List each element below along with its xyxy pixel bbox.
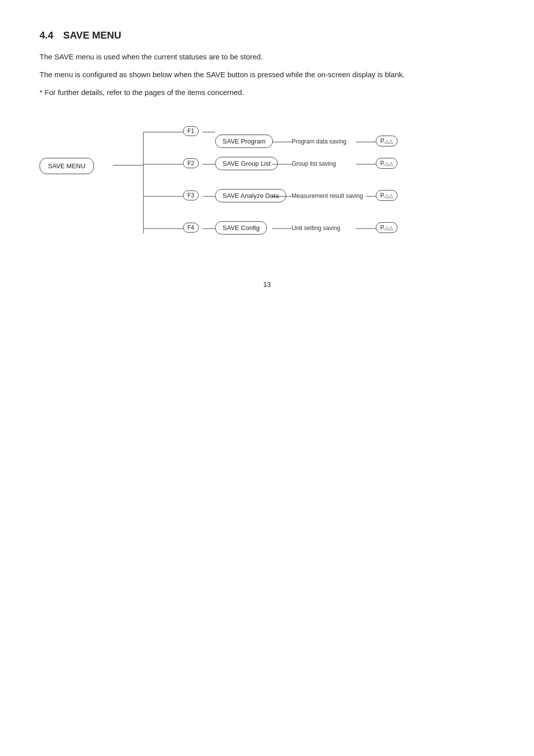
page-ref-analyze-data-text: P.△△ [380,192,393,199]
f4-label: F4 [183,223,199,233]
save-menu-label: SAVE MENU [48,162,86,170]
section-title: SAVE MENU [63,30,121,41]
page-ref-group-list-text: P.△△ [380,160,393,167]
paragraph-1: The SAVE menu is used when the current s… [40,51,465,63]
note-text: * For further details, refer to the page… [40,87,494,98]
action-save-analyze-data: SAVE Analyze Data [215,189,286,202]
section-number: 4.4 [40,30,53,41]
desc-config: Unit setting saving [292,225,340,232]
page-ref-program: P.△△ [376,136,398,146]
page-ref-program-text: P.△△ [380,138,393,144]
save-menu-diagram: SAVE MENU F1 F2 F3 F4 SAVE Program SAVE … [40,112,465,251]
action-save-config: SAVE Config [215,221,267,235]
f1-label: F1 [183,126,199,136]
desc-program: Program data saving [292,138,347,145]
page-number: 13 [40,281,494,288]
page-ref-config: P.△△ [376,222,398,233]
page-ref-group-list: P.△△ [376,158,398,169]
page-ref-config-text: P.△△ [380,224,393,231]
svg-line-4 [203,132,215,142]
f2-label: F2 [183,158,199,168]
f3-label: F3 [183,190,199,200]
paragraph-2: The menu is configured as shown below wh… [40,69,465,81]
section-header: 4.4 SAVE MENU [40,30,494,41]
desc-analyze-data: Measurement result saving [292,192,363,199]
action-save-group-list: SAVE Group List [215,157,278,170]
page-ref-analyze-data: P.△△ [376,190,398,201]
action-save-program: SAVE Program [215,135,273,148]
save-menu-box: SAVE MENU [40,158,94,174]
desc-group-list: Group list saving [292,160,336,167]
